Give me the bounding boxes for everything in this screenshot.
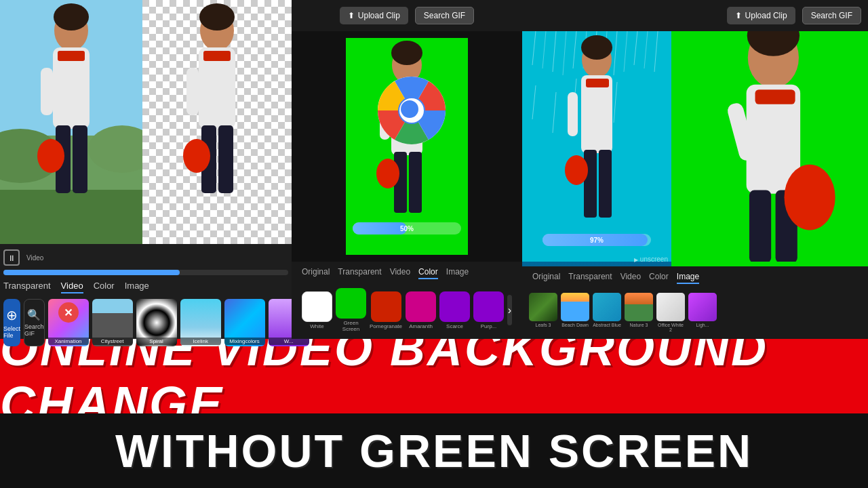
- right-upload-icon: ⬆: [735, 11, 742, 20]
- progress-bar-bg: 50%: [353, 222, 461, 235]
- svg-point-64: [565, 155, 588, 185]
- black-banner: WITHOUT GREEN SCREEN: [0, 413, 868, 488]
- pause-button[interactable]: [3, 249, 20, 266]
- right-tab-color[interactable]: Color: [649, 272, 669, 284]
- swatch-amaranth[interactable]: [406, 291, 436, 322]
- thumbnail-citystreet[interactable]: Citystreet: [92, 299, 133, 346]
- svg-rect-63: [599, 150, 612, 218]
- play-controls: Video: [3, 247, 288, 268]
- middle-tab-transparent[interactable]: Transparent: [338, 267, 381, 279]
- img-thumb-label-leaves: Leafs 3: [529, 323, 557, 327]
- tab-video[interactable]: Video: [61, 281, 83, 293]
- middle-tab-color[interactable]: Color: [418, 267, 438, 279]
- timeline-track[interactable]: [3, 270, 288, 275]
- swatch-label-purple2: Purp...: [481, 323, 497, 329]
- svg-rect-32: [409, 152, 422, 213]
- image-thumbs: Leafs 3 Beach Dawn Abstract Blue Nature …: [522, 289, 868, 339]
- swatch-green-screen[interactable]: [336, 288, 366, 319]
- svg-rect-21: [203, 51, 231, 61]
- thumbnail-spiral[interactable]: Spiral: [136, 299, 177, 346]
- img-thumb-abstract-blue[interactable]: [593, 293, 621, 321]
- right-progress-text: 97%: [590, 237, 604, 244]
- img-thumb-nature[interactable]: [625, 293, 653, 321]
- svg-point-73: [784, 165, 835, 230]
- img-thumb-office-white[interactable]: [656, 293, 685, 321]
- svg-rect-23: [218, 125, 233, 193]
- right-tab-original[interactable]: Original: [532, 272, 560, 284]
- middle-upload-button[interactable]: ⬆ Upload Clip: [340, 7, 408, 24]
- thumbnail-icelink[interactable]: Icelink: [180, 299, 221, 346]
- aqua-bg-video: 97% ▶ unscreen: [522, 31, 671, 266]
- img-thumb-beach[interactable]: [561, 293, 589, 321]
- chrome-logo: [378, 77, 446, 147]
- right-tab-transparent[interactable]: Transparent: [568, 272, 612, 284]
- right-upload-button[interactable]: ⬆ Upload Clip: [727, 7, 795, 24]
- right-search-gif-button[interactable]: Search GIF: [802, 7, 861, 24]
- thumbnail-mixingcolors[interactable]: Mixingcolors: [224, 299, 265, 346]
- swatch-wrapper-pink: Amaranth: [406, 291, 436, 329]
- tab-transparent[interactable]: Transparent: [3, 281, 51, 293]
- swatch-wrapper-red: Pomegranate: [370, 291, 402, 329]
- tab-image[interactable]: Image: [125, 281, 149, 293]
- left-controls: Video Transparent Video Color Image ⊕ Se…: [0, 244, 292, 339]
- svg-rect-10: [73, 125, 87, 193]
- swatch-purp[interactable]: [473, 291, 504, 322]
- swatch-label-pink: Amaranth: [409, 323, 433, 329]
- swatch-label-green: Green Screen: [336, 320, 366, 332]
- select-file-button[interactable]: ⊕ Select File: [3, 299, 20, 346]
- img-thumb-wrapper-leaves: Leafs 3: [529, 293, 557, 332]
- thumbnail-xanimation[interactable]: ✕ Xanimation: [48, 299, 89, 346]
- swatch-wrapper-purple2: Purp...: [473, 291, 504, 329]
- right-panel: ⬆ Upload Clip Search GIF: [522, 0, 868, 339]
- img-thumb-label-office: Office White 2: [656, 323, 685, 332]
- top-section: Video Transparent Video Color Image ⊕ Se…: [0, 0, 868, 339]
- more-colors-button[interactable]: ›: [507, 295, 512, 325]
- right-header: ⬆ Upload Clip Search GIF: [522, 0, 868, 31]
- middle-header: ⬆ Upload Clip Search GIF: [292, 0, 522, 31]
- svg-point-33: [376, 159, 399, 188]
- right-video-section: 97% ▶ unscreen: [522, 31, 671, 266]
- middle-tab-original[interactable]: Original: [302, 267, 330, 279]
- upload-icon: ⬆: [348, 11, 355, 20]
- img-thumb-light[interactable]: [688, 293, 717, 321]
- tab-color[interactable]: Color: [94, 281, 115, 293]
- img-thumb-leaves[interactable]: [529, 293, 557, 321]
- right-tab-video[interactable]: Video: [620, 272, 641, 284]
- img-thumb-wrapper-light: Ligh...: [688, 293, 717, 332]
- middle-panel: ⬆ Upload Clip Search GIF: [292, 0, 522, 339]
- swatch-label-purple: Scarce: [446, 323, 463, 329]
- timecode: Video: [26, 254, 43, 262]
- right-tab-image[interactable]: Image: [677, 272, 699, 284]
- left-videos: [0, 0, 292, 244]
- black-banner-text: WITHOUT GREEN SCREEN: [115, 424, 753, 477]
- svg-point-11: [37, 139, 64, 173]
- bottom-section: ONLINE VIDEO BACKGROUND CHANGE WITHOUT G…: [0, 339, 868, 488]
- middle-video-area: 50%: [292, 31, 522, 262]
- left-panel: Video Transparent Video Color Image ⊕ Se…: [0, 0, 292, 339]
- middle-search-gif-button[interactable]: Search GIF: [415, 7, 474, 24]
- middle-tab-video[interactable]: Video: [390, 267, 410, 279]
- video-transparent: [142, 0, 292, 244]
- search-gif-button[interactable]: 🔍 Search GIF: [24, 299, 45, 346]
- color-swatches: White Green Screen Pomegranate Amaranth …: [292, 285, 522, 339]
- swatch-scarce[interactable]: [439, 291, 470, 322]
- middle-tab-image[interactable]: Image: [446, 267, 469, 279]
- thumbnails-row: ⊕ Select File 🔍 Search GIF ✕ Xanimation …: [3, 299, 288, 346]
- middle-tabs: Original Transparent Video Color Image: [292, 262, 522, 285]
- swatch-label-red: Pomegranate: [370, 323, 402, 329]
- far-right-green-panel: [671, 31, 868, 266]
- img-thumb-wrapper-office: Office White 2: [656, 293, 685, 332]
- img-thumb-wrapper-abstract: Abstract Blue: [593, 293, 621, 332]
- svg-point-38: [401, 100, 418, 118]
- img-thumb-label-abstract: Abstract Blue: [593, 323, 621, 327]
- thumb-x-icon: ✕: [58, 302, 79, 323]
- svg-rect-62: [584, 150, 597, 218]
- bg-tabs: Transparent Video Color Image: [3, 281, 288, 293]
- red-banner: ONLINE VIDEO BACKGROUND CHANGE: [0, 339, 868, 413]
- swatch-pomegranate[interactable]: [371, 291, 401, 322]
- right-progress-bar-bg: 97%: [542, 234, 651, 246]
- pause-icon: [7, 251, 16, 264]
- right-main: 97% ▶ unscreen: [522, 31, 868, 266]
- swatch-white[interactable]: [302, 291, 332, 322]
- svg-rect-25: [186, 68, 199, 115]
